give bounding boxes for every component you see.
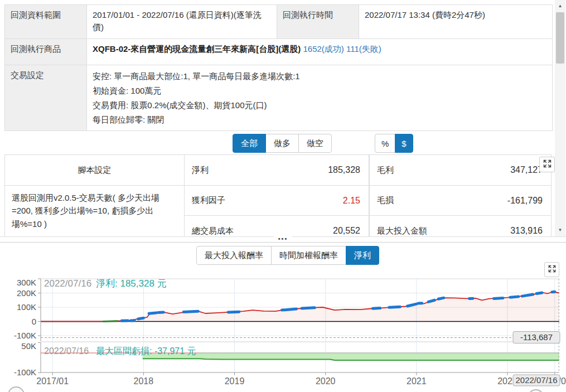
stat-grossloss-value: -161,799 (479, 186, 551, 216)
trade-line-reset: 每日部位歸零: 關閉 (93, 113, 546, 127)
svg-text:2019: 2019 (225, 376, 245, 386)
script-settings-description: 選股回測用v2.0.5-交易天數( 多少天出場=200, 獲利多少出場%=10,… (5, 186, 184, 236)
trade-segment (158, 312, 163, 313)
stat-profitfactor-value: 2.15 (297, 186, 369, 216)
svg-text:2022/07/16: 2022/07/16 (515, 375, 557, 385)
unit-percent-button[interactable]: % (375, 134, 395, 153)
trade-line-fees: 交易費用: 股票0.2%(成交金額)、期貨100元(口) (93, 98, 546, 113)
svg-text:2022/07/16: 2022/07/16 (44, 278, 91, 289)
trade-segment (494, 298, 503, 298)
trade-segment (373, 308, 380, 309)
product-name: XQFB-02-來自營運的現金流量創三年來新高[台股](選股) (93, 44, 301, 54)
svg-text:50K: 50K (21, 341, 36, 351)
trade-segment (149, 313, 156, 313)
trade-segment (138, 318, 144, 319)
product-label: 回測執行商品 (5, 39, 87, 65)
svg-text:2017/01: 2017/01 (36, 376, 69, 386)
trade-segment (302, 308, 315, 308)
range-label: 回測資料範圍 (5, 5, 87, 39)
stat-netprofit-label: 淨利 (185, 155, 297, 186)
scroll-down-arrow-icon[interactable]: ▼ (555, 225, 565, 235)
svg-text:300K: 300K (17, 278, 36, 287)
filter-short-button[interactable]: 做空 (298, 134, 332, 153)
trade-settings-value: 安控: 單一商品最大部位:1, 單一商品每日最多進場次數:1 初始資金: 100… (87, 65, 552, 130)
stat-grossloss-label: 毛損 (369, 186, 479, 216)
script-settings-panel: 腳本設定 選股回測用v2.0.5-交易天數( 多少天出場=200, 獲利多少出場… (5, 155, 185, 236)
trade-segment (428, 300, 434, 302)
trade-settings-label: 交易設定 (5, 65, 87, 130)
backtest-info-table: 回測資料範圍 2017/01/01 - 2022/07/16 (還原日資料)(逐… (4, 4, 553, 131)
svg-text:200K: 200K (17, 288, 36, 298)
stat-profitfactor-label: 獲利因子 (185, 186, 297, 216)
trade-segment (183, 311, 198, 312)
scrollbar-thumb[interactable] (556, 12, 564, 64)
trade-segment (282, 309, 296, 310)
net-profit-series (41, 292, 559, 337)
tab-time-weighted-return[interactable]: 時間加權報酬率 (271, 246, 346, 265)
range-value: 2017/01/01 - 2022/07/16 (還原日資料)(逐筆洗價) (87, 5, 277, 39)
svg-text:2018: 2018 (134, 376, 154, 386)
svg-text:-100K: -100K (14, 367, 36, 377)
chart-tab-group: 最大投入報酬率 時間加權報酬率 淨利 (196, 246, 379, 265)
stat-cost-label: 總交易成本 (185, 216, 297, 236)
svg-text:2020: 2020 (316, 376, 336, 386)
svg-text:0: 0 (32, 317, 36, 326)
equity-area-fill (41, 292, 559, 322)
trade-segment (536, 293, 542, 294)
svg-text:2022/07/16: 2022/07/16 (44, 346, 89, 356)
exec-time-label: 回測執行時間 (277, 5, 359, 39)
splitter-line (0, 242, 566, 243)
scroll-up-arrow-icon[interactable]: ▲ (555, 1, 565, 11)
stat-maxinvest-label: 最大投入金額 (369, 216, 479, 236)
position-filter-group: 全部 做多 做空 (233, 134, 332, 153)
exec-time-value: 2022/07/17 13:34 (費時2分47秒) (359, 5, 552, 39)
svg-text:100K: 100K (17, 302, 36, 312)
trade-segment (389, 307, 400, 307)
unit-dollar-button[interactable]: $ (395, 134, 413, 153)
equity-curve-chart[interactable]: 300K200K100K0-100K50K-100K2017/012018201… (0, 267, 566, 392)
filter-all-button[interactable]: 全部 (233, 134, 266, 153)
trade-segment (228, 312, 239, 312)
product-value: XQFB-02-來自營運的現金流量創三年來新高[台股](選股) 1652(成功)… (87, 39, 552, 65)
stat-netprofit-value: 185,328 (297, 155, 369, 186)
tab-net-profit[interactable]: 淨利 (346, 246, 379, 265)
unit-toggle-group: % $ (375, 134, 413, 153)
expand-arrows-icon (543, 159, 552, 170)
filter-long-button[interactable]: 做多 (265, 134, 299, 153)
tab-max-invest-return[interactable]: 最大投入報酬率 (196, 246, 272, 265)
vertical-scrollbar[interactable]: ▲ ▼ (555, 0, 565, 236)
splitter-drag-handle[interactable]: ••• (274, 236, 293, 242)
stat-grossprofit-label: 毛利 (369, 155, 479, 186)
entry-segment (103, 321, 118, 322)
svg-text:最大區間虧損: -37,971 元: 最大區間虧損: -37,971 元 (96, 346, 196, 356)
trade-segment (552, 292, 555, 292)
trade-line-capital: 初始資金: 100萬元 (93, 84, 546, 98)
chart-axes: 300K200K100K0-100K50K-100K2017/012018201… (14, 278, 566, 386)
trade-line-risk: 安控: 單一商品最大部位:1, 單一商品每日最多進場次數:1 (93, 69, 546, 84)
trade-segment (438, 298, 444, 299)
svg-text:-113,687: -113,687 (520, 332, 553, 342)
svg-text:淨利: 185,328 元: 淨利: 185,328 元 (96, 278, 167, 289)
fail-count-link[interactable]: 111(失敗) (346, 44, 381, 54)
performance-stats-table: 腳本設定 選股回測用v2.0.5-交易天數( 多少天出場=200, 獲利多少出場… (4, 154, 552, 236)
svg-text:-100K: -100K (14, 331, 36, 340)
trade-segment (522, 294, 533, 296)
svg-text:2021: 2021 (407, 376, 427, 386)
stat-maxinvest-value: 313,916 (479, 216, 551, 236)
backtest-summary-pane: 回測資料範圍 2017/01/01 - 2022/07/16 (還原日資料)(逐… (0, 0, 566, 236)
stats-expand-button[interactable] (539, 157, 555, 172)
trade-segment (510, 297, 519, 297)
success-count-link[interactable]: 1652(成功) (303, 44, 344, 54)
script-settings-header: 腳本設定 (5, 155, 184, 186)
stat-cost-value: 20,552 (297, 216, 369, 236)
pane-splitter: ••• (0, 236, 566, 244)
